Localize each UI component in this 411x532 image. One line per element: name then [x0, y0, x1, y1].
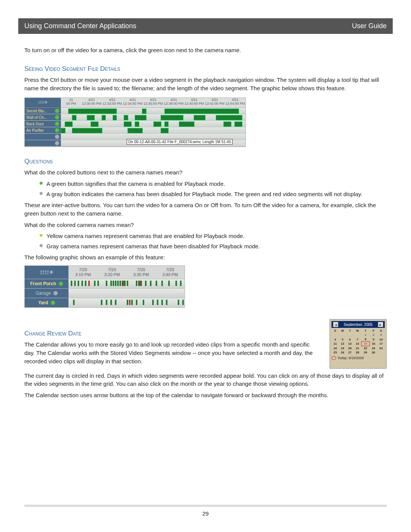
- timeline-track[interactable]: [61, 114, 245, 120]
- calendar-day[interactable]: 3: [378, 333, 385, 337]
- calendar-day[interactable]: 27: [346, 350, 354, 355]
- video-segment[interactable]: [61, 128, 65, 133]
- calendar-day[interactable]: 11: [331, 342, 339, 346]
- video-segment[interactable]: [161, 281, 163, 286]
- calendar-next-icon[interactable]: ▸: [378, 322, 383, 327]
- video-segment[interactable]: [106, 281, 107, 286]
- timeline-track[interactable]: [61, 121, 245, 127]
- calendar-day[interactable]: 20: [346, 346, 354, 351]
- video-segment[interactable]: [119, 281, 121, 286]
- video-segment[interactable]: [216, 115, 242, 120]
- video-segment[interactable]: [113, 281, 114, 286]
- calendar-day[interactable]: 24: [378, 346, 385, 351]
- video-segment[interactable]: [161, 115, 183, 120]
- video-segment[interactable]: [106, 300, 107, 305]
- video-segment[interactable]: [65, 121, 73, 127]
- video-segment[interactable]: [85, 281, 86, 286]
- camera-disabled-icon[interactable]: [55, 141, 59, 145]
- video-segment[interactable]: [182, 300, 184, 305]
- calendar-day[interactable]: 26: [339, 350, 346, 355]
- video-segment[interactable]: [71, 281, 72, 286]
- video-segment[interactable]: [68, 109, 117, 114]
- video-segment[interactable]: [136, 281, 137, 286]
- calendar-day[interactable]: 22: [362, 346, 370, 351]
- video-segment[interactable]: [72, 128, 102, 133]
- video-segment[interactable]: [156, 281, 157, 286]
- video-segment[interactable]: [135, 115, 147, 120]
- video-segment[interactable]: [78, 281, 79, 286]
- video-segment[interactable]: [127, 281, 128, 286]
- calendar-day[interactable]: 19: [339, 346, 346, 351]
- calendar-day[interactable]: 1: [362, 333, 370, 337]
- camera-enabled-icon[interactable]: [59, 281, 63, 286]
- video-segment[interactable]: [153, 121, 161, 127]
- video-segment[interactable]: [131, 300, 133, 305]
- timeline-track[interactable]: [61, 108, 245, 114]
- calendar-day[interactable]: 21: [354, 346, 361, 351]
- calendar-day[interactable]: 17: [378, 342, 385, 346]
- video-segment[interactable]: [94, 281, 96, 286]
- video-segment-red[interactable]: [139, 281, 141, 286]
- video-segment[interactable]: [124, 115, 128, 120]
- video-segment[interactable]: [161, 300, 163, 305]
- camera-enabled-icon[interactable]: [55, 115, 59, 120]
- calendar-day[interactable]: 25: [331, 350, 339, 355]
- video-segment[interactable]: [143, 300, 144, 305]
- calendar-day[interactable]: 6: [346, 337, 354, 342]
- calendar-title[interactable]: September, 2005: [344, 323, 373, 327]
- calendar-day[interactable]: 12: [339, 342, 346, 346]
- video-segment[interactable]: [74, 281, 76, 286]
- video-segment[interactable]: [72, 115, 76, 120]
- video-segment[interactable]: [223, 121, 231, 127]
- video-segment[interactable]: [97, 281, 99, 286]
- video-segment[interactable]: [135, 121, 139, 127]
- video-segment[interactable]: [157, 300, 158, 305]
- calendar-day[interactable]: 23: [370, 346, 377, 351]
- calendar-day[interactable]: 30: [370, 350, 377, 355]
- camera-enabled-icon[interactable]: [55, 128, 59, 133]
- timeline-track[interactable]: [68, 279, 185, 288]
- video-segment[interactable]: [175, 281, 177, 286]
- calendar-day[interactable]: 2: [370, 333, 377, 337]
- video-segment[interactable]: [136, 300, 137, 305]
- camera-disabled-icon[interactable]: [53, 291, 58, 296]
- video-segment[interactable]: [91, 121, 99, 127]
- calendar-day[interactable]: 15: [362, 342, 370, 346]
- video-segment[interactable]: [180, 281, 182, 286]
- video-segment[interactable]: [179, 121, 194, 127]
- timeline-track[interactable]: [61, 127, 245, 133]
- calendar-day[interactable]: 29: [362, 350, 370, 355]
- calendar-day[interactable]: 28: [354, 350, 361, 355]
- calendar-day[interactable]: 10: [378, 337, 385, 342]
- camera-enabled-icon[interactable]: [55, 121, 59, 126]
- video-segment[interactable]: [113, 115, 117, 120]
- camera-enabled-icon[interactable]: [55, 109, 59, 113]
- video-segment[interactable]: [161, 128, 169, 133]
- video-segment[interactable]: [87, 115, 95, 120]
- calendar-day[interactable]: 7: [354, 337, 361, 342]
- calendar-day[interactable]: 16: [370, 342, 377, 346]
- video-segment[interactable]: [117, 281, 119, 286]
- calendar-day[interactable]: 18: [331, 346, 339, 351]
- video-segment[interactable]: [102, 115, 106, 120]
- calendar-footer[interactable]: Today: 9/15/2005: [338, 356, 364, 360]
- video-segment[interactable]: [110, 281, 112, 286]
- video-segment[interactable]: [110, 300, 112, 305]
- video-segment[interactable]: [145, 281, 147, 286]
- calendar-day[interactable]: 8: [362, 337, 370, 342]
- video-segment[interactable]: [166, 300, 167, 305]
- calendar-day[interactable]: 14: [354, 342, 361, 346]
- video-segment[interactable]: [73, 300, 75, 305]
- camera-enabled-icon[interactable]: [51, 300, 55, 305]
- video-segment[interactable]: [101, 300, 102, 305]
- video-segment[interactable]: [81, 281, 83, 286]
- video-segment[interactable]: [150, 281, 151, 286]
- video-segment-red[interactable]: [129, 300, 131, 305]
- calendar-day[interactable]: 9: [370, 337, 377, 342]
- video-segment[interactable]: [164, 121, 169, 127]
- video-segment[interactable]: [115, 281, 116, 286]
- calendar-day[interactable]: 13: [346, 342, 354, 346]
- video-segment[interactable]: [194, 115, 206, 120]
- camera-disabled-icon[interactable]: [55, 134, 59, 139]
- timeline-track[interactable]: [68, 289, 185, 298]
